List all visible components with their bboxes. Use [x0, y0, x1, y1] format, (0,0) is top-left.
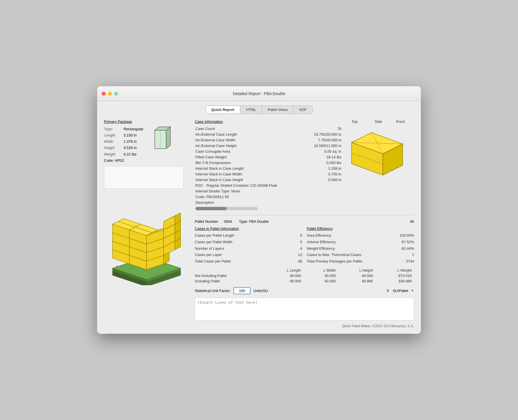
table-row: Internal Slack in Case Height 0.500 in [195, 177, 342, 182]
dim-header-label [195, 268, 265, 273]
row-label: Cases to Max. Theoretical Cases: [307, 252, 362, 258]
pallet-data-row: Total Cases per Pallet 48 [195, 258, 302, 265]
table-row: Internal Slack in Case Width: 0.750 in [195, 171, 342, 177]
pallet-type-label: Type: FBA Double [239, 219, 269, 224]
svg-marker-2 [166, 127, 170, 149]
pallet-data-row: Cases per Pallet Width 0 [195, 239, 302, 245]
row-label: Cases per Pallet Length [195, 232, 234, 239]
row-value: 1.208 in [297, 166, 342, 171]
pallet-data-row: Cases to Max. Theoretical Cases: 1 [307, 252, 414, 258]
views-labels: Top Side Front [346, 119, 414, 124]
length-label: Length [104, 132, 122, 138]
pallet-3d-container [104, 194, 186, 285]
row-value: 1 [412, 252, 414, 258]
dim-header-l-length: L Length [265, 268, 303, 273]
row-label: Including Pallet [195, 278, 265, 284]
text-area[interactable] [195, 298, 414, 320]
stat-label: Statistical Unit Factor: [195, 289, 231, 293]
code-value: Code: HP02 [104, 158, 124, 164]
content: Quick Report HTML Pallet Views KDF Prima… [97, 101, 421, 334]
divider-row: Internal Divider Type: None [195, 188, 342, 194]
primary-package-title: Primary Package [104, 119, 143, 124]
dimensions-table: L Length L Width L Height L Weight Not I… [195, 268, 414, 284]
dropdown-arrow-icon[interactable]: ▼ [411, 289, 414, 292]
code-row: Code: FBA20811 56 [195, 194, 342, 199]
front-view-label: Front [396, 119, 405, 124]
pallet-cases [112, 213, 181, 270]
tab-kdf[interactable]: KDF [294, 106, 313, 114]
su-pallet-label: SU/Pallet [393, 289, 408, 293]
code-row: Code: HP02 [104, 158, 143, 164]
minimize-button[interactable] [108, 92, 112, 96]
primary-package-3d [149, 122, 175, 154]
row-label: Volume Efficiency [307, 239, 336, 245]
weight-value: 0.22 lbs [124, 151, 137, 158]
height-value: 4.528 in [124, 145, 137, 151]
including-pallet-row: Including Pallet 48.000 40.000 48.880 93… [195, 278, 414, 284]
left-panel: Primary Package Type: Rectangular Length… [104, 119, 189, 328]
length-value: 3.150 in [124, 132, 137, 138]
pallet-data-row: Volume Efficiency 97.52% [307, 239, 414, 245]
row-value: 0 [300, 239, 302, 245]
row-label: Total Primary Packages per Pallet [307, 258, 362, 265]
l-width-val: 40.000 [303, 273, 338, 278]
l-width-val: 40.000 [303, 278, 338, 284]
tab-html[interactable]: HTML [240, 106, 262, 114]
row-label: Case Corrugate Area [195, 149, 296, 154]
tab-quick-report[interactable]: Quick Report [205, 106, 241, 114]
l-length-val: 48.000 [265, 273, 303, 278]
pallet-efficiency-col: Pallet Efficiency Area Efficiency 100.00… [307, 226, 414, 265]
two-col-pallet: Cases in Pallet Information Cases per Pa… [195, 226, 414, 265]
row-label: Internal Slack in Case Length: [195, 166, 296, 171]
table-row: Filled Case Weight: 18.14 lbs [195, 154, 342, 159]
l-weight-val: 870.516 [375, 273, 414, 278]
case-count-row: Case Count 78 [195, 126, 342, 131]
pallet-data-row: Cases per Layer 12 [195, 252, 302, 258]
primary-package-header: Primary Package Type: Rectangular Length… [104, 119, 189, 164]
width-value: 1.378 in [124, 138, 137, 145]
row-value: 97.52% [402, 239, 414, 245]
row-label: Min T-B Compression [195, 160, 296, 165]
row-label: Int./External Case Length [195, 132, 296, 137]
type-value: Rectangular [124, 126, 143, 132]
pallet-3d-svg [104, 194, 186, 285]
description-row: Description: [195, 200, 342, 211]
cases-in-pallet-title: Cases in Pallet Information [195, 226, 302, 231]
weight-row: Weight 0.22 lbs [104, 151, 143, 158]
row-value: 18.14 lbs [297, 154, 342, 159]
row-value: 0.750 in [297, 171, 342, 177]
row-value: 48 [298, 258, 302, 265]
su-pallet-value: 0 [387, 289, 389, 293]
row-value: 100.00% [400, 232, 414, 239]
dim-header-l-height: L Height [338, 268, 375, 273]
box-views-section: Top Side Front [346, 119, 414, 211]
divider-label: Internal Divider Type: None [195, 188, 342, 194]
row-value: 0 [300, 232, 302, 239]
top-section: Case Information Case Count 78 Int./Exte… [195, 119, 414, 211]
cases-in-pallet-col: Cases in Pallet Information Cases per Pa… [195, 226, 302, 265]
pallet-number-label: Pallet Number [195, 219, 218, 224]
right-panel: Case Information Case Count 78 Int./Exte… [195, 119, 414, 328]
l-length-val: 48.000 [265, 278, 303, 284]
package-3d-svg [149, 122, 175, 153]
row-label: Internal Slack in Case Height [195, 177, 296, 182]
case-count-label: Case Count [195, 126, 296, 131]
pallet-right-number: 40 [410, 219, 414, 224]
tab-bar: Quick Report HTML Pallet Views KDF [104, 106, 414, 114]
pallet-data-row: Number of Layers 4 [195, 245, 302, 252]
row-label: Cases per Pallet Width [195, 239, 232, 245]
case-count-value: 78 [297, 126, 342, 131]
tab-pallet-views[interactable]: Pallet Views [262, 106, 294, 114]
row-value: 7.750/8.000 in [297, 137, 342, 142]
primary-package-info: Primary Package Type: Rectangular Length… [104, 119, 143, 164]
row-label: Area Efficiency [307, 232, 331, 239]
close-button[interactable] [102, 92, 106, 96]
maximize-button[interactable] [114, 92, 118, 96]
row-value: 0.000 lbs [297, 160, 342, 165]
top-view-label: Top [352, 119, 358, 124]
stat-input[interactable] [233, 287, 250, 294]
row-value: 12 [298, 252, 302, 258]
l-height-val: 44.000 [338, 273, 375, 278]
dim-header-l-width: L Width [303, 268, 338, 273]
pallet-data-row: Cases per Pallet Length 0 [195, 232, 302, 239]
